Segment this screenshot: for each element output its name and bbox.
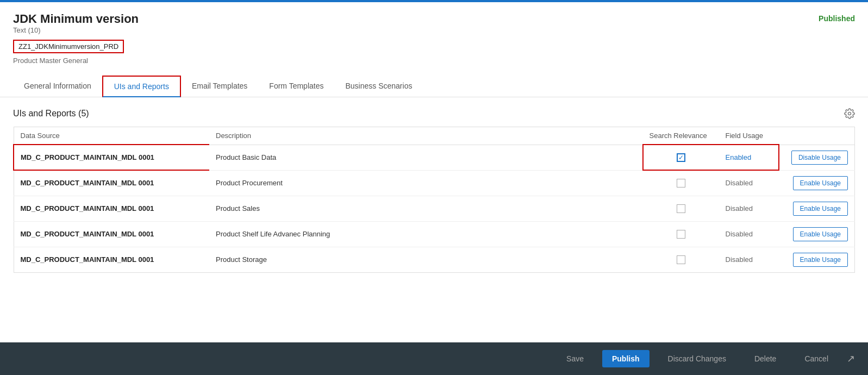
- main-content: JDK Minimum version Text (10) ZZ1_JDKMin…: [0, 2, 868, 342]
- table-row: MD_C_PRODUCT_MAINTAIN_MDL 0001Product Ba…: [14, 145, 855, 170]
- cell-search-relevance: [643, 196, 719, 221]
- th-field-usage: Field Usage: [719, 127, 779, 145]
- gear-icon[interactable]: [844, 108, 855, 119]
- search-relevance-checkbox-unchecked[interactable]: [677, 230, 685, 239]
- cell-action: Enable Usage: [779, 170, 855, 196]
- cell-field-usage: Disabled: [719, 247, 779, 272]
- tab-form-templates[interactable]: Form Templates: [258, 76, 334, 97]
- table-row: MD_C_PRODUCT_MAINTAIN_MDL 0001Product Sh…: [14, 221, 855, 247]
- enable-usage-button[interactable]: Enable Usage: [793, 227, 848, 241]
- field-usage-value: Enabled: [726, 153, 752, 161]
- svg-point-0: [848, 112, 851, 115]
- search-relevance-checkbox-unchecked[interactable]: [677, 255, 685, 264]
- table-header-row: Data Source Description Search Relevance…: [14, 127, 855, 145]
- cell-description: Product Procurement: [209, 170, 643, 196]
- table-row: MD_C_PRODUCT_MAINTAIN_MDL 0001Product Pr…: [14, 170, 855, 196]
- tab-general-information[interactable]: General Information: [13, 76, 102, 97]
- delete-button[interactable]: Delete: [745, 350, 786, 367]
- disable-usage-button[interactable]: Disable Usage: [791, 151, 848, 165]
- data-table: Data Source Description Search Relevance…: [13, 127, 855, 273]
- enable-usage-button[interactable]: Enable Usage: [793, 176, 848, 190]
- footer: Save Publish Discard Changes Delete Canc…: [0, 342, 868, 375]
- field-usage-value: Disabled: [726, 230, 753, 238]
- table-row: MD_C_PRODUCT_MAINTAIN_MDL 0001Product St…: [14, 247, 855, 272]
- search-relevance-checkbox-unchecked[interactable]: [677, 204, 685, 213]
- cancel-button[interactable]: Cancel: [795, 350, 838, 367]
- cell-search-relevance: [643, 221, 719, 247]
- enable-usage-button[interactable]: Enable Usage: [793, 253, 848, 267]
- tab-business-scenarios[interactable]: Business Scenarios: [334, 76, 423, 97]
- cell-action: Enable Usage: [779, 196, 855, 221]
- search-relevance-checkbox-unchecked[interactable]: [677, 179, 685, 188]
- cell-field-usage: Disabled: [719, 196, 779, 221]
- save-button[interactable]: Save: [557, 350, 594, 367]
- th-action: [779, 127, 855, 145]
- field-usage-value: Disabled: [726, 179, 753, 187]
- product-label: Product Master General: [13, 57, 139, 65]
- th-description: Description: [209, 127, 643, 145]
- cell-data-source: MD_C_PRODUCT_MAINTAIN_MDL 0001: [14, 170, 209, 196]
- header-top: JDK Minimum version Text (10) ZZ1_JDKMin…: [13, 12, 855, 70]
- cell-field-usage: Enabled: [719, 145, 779, 170]
- section-header: UIs and Reports (5): [13, 108, 855, 119]
- section-title: UIs and Reports (5): [13, 109, 89, 118]
- cell-action: Disable Usage: [779, 145, 855, 170]
- table-row: MD_C_PRODUCT_MAINTAIN_MDL 0001Product Sa…: [14, 196, 855, 221]
- page-title: JDK Minimum version: [13, 12, 139, 26]
- discard-changes-button[interactable]: Discard Changes: [658, 350, 736, 367]
- cell-description: Product Sales: [209, 196, 643, 221]
- cell-search-relevance: [643, 170, 719, 196]
- header-section: JDK Minimum version Text (10) ZZ1_JDKMin…: [0, 2, 868, 97]
- cell-data-source: MD_C_PRODUCT_MAINTAIN_MDL 0001: [14, 247, 209, 272]
- tabs: General Information UIs and Reports Emai…: [13, 76, 855, 97]
- subtitle: Text (10): [13, 26, 139, 34]
- enable-usage-button[interactable]: Enable Usage: [793, 202, 848, 216]
- cell-field-usage: Disabled: [719, 170, 779, 196]
- tab-uis-reports[interactable]: UIs and Reports: [102, 76, 181, 97]
- content-area: UIs and Reports (5) Data Source Descript…: [0, 97, 868, 342]
- cell-description: Product Storage: [209, 247, 643, 272]
- cell-search-relevance: [643, 145, 719, 170]
- published-status: Published: [819, 12, 855, 23]
- title-group: JDK Minimum version Text (10) ZZ1_JDKMin…: [13, 12, 139, 70]
- th-search-relevance: Search Relevance: [643, 127, 719, 145]
- cell-action: Enable Usage: [779, 221, 855, 247]
- cell-action: Enable Usage: [779, 247, 855, 272]
- field-usage-value: Disabled: [726, 255, 753, 264]
- field-usage-value: Disabled: [726, 204, 753, 212]
- cell-description: Product Shelf Life Advanec Planning: [209, 221, 643, 247]
- th-data-source: Data Source: [14, 127, 209, 145]
- search-relevance-checkbox-checked[interactable]: [677, 153, 685, 162]
- cell-data-source: MD_C_PRODUCT_MAINTAIN_MDL 0001: [14, 196, 209, 221]
- cell-search-relevance: [643, 247, 719, 272]
- export-icon[interactable]: ↗: [847, 353, 855, 365]
- publish-button[interactable]: Publish: [602, 350, 650, 367]
- cell-data-source: MD_C_PRODUCT_MAINTAIN_MDL 0001: [14, 221, 209, 247]
- code-badge[interactable]: ZZ1_JDKMinimumversion_PRD: [13, 40, 124, 53]
- cell-description: Product Basic Data: [209, 145, 643, 170]
- cell-field-usage: Disabled: [719, 221, 779, 247]
- cell-data-source: MD_C_PRODUCT_MAINTAIN_MDL 0001: [14, 145, 209, 170]
- tab-email-templates[interactable]: Email Templates: [181, 76, 258, 97]
